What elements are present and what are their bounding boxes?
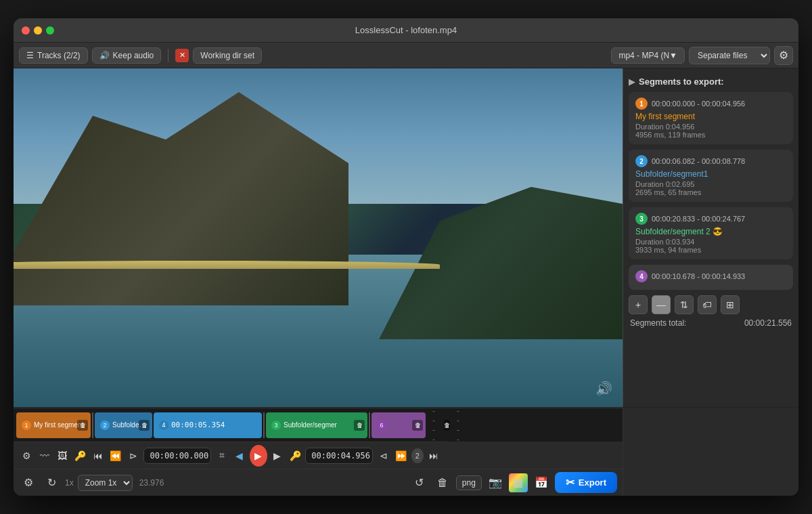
tl-delete-1[interactable]: 🗑: [77, 420, 88, 431]
loop-btn[interactable]: ↻: [42, 473, 61, 492]
segment-item-4[interactable]: 4 00:00:10.678 - 00:00:14.933: [629, 265, 793, 290]
play-button[interactable]: ▶: [250, 445, 267, 467]
segment-2-number: 2: [635, 155, 648, 167]
timeline-seg-3[interactable]: 3Subfolder/segmer 🗑: [266, 412, 367, 438]
calendar-btn[interactable]: 📅: [532, 473, 551, 492]
bottom-row: 1My first segment 🗑 2Subfolder/se 🗑: [14, 407, 798, 496]
timeline-seg-6[interactable]: 6 🗑: [371, 412, 426, 438]
segment-1-duration: Duration 0:04.956: [635, 123, 786, 131]
current-timecode: 00:00:00.000: [143, 448, 211, 464]
segment-4-time-row: 4 00:00:10.678 - 00:00:14.933: [635, 270, 786, 282]
output-mode-select[interactable]: Separate files: [689, 47, 770, 64]
timeline-seg-2[interactable]: 2Subfolder/se 🗑: [95, 412, 152, 438]
segment-1-ms: 4956 ms, 119 frames: [635, 131, 786, 139]
format-label: mp4 - MP4 (N▼: [618, 51, 677, 60]
tl-trail-delete[interactable]: 🗑: [444, 420, 450, 431]
end-timecode: 00:00:04.956: [305, 448, 373, 464]
tl-seg-3-label: 3Subfolder/segmer: [271, 421, 337, 430]
grid-button[interactable]: ⊞: [721, 295, 740, 314]
rewind-btn[interactable]: ◀: [232, 446, 247, 465]
segment-1-time-row: 1 00:00:00.000 - 00:00:04.956: [635, 98, 786, 110]
tl-divider-3: [263, 412, 265, 438]
camera-btn[interactable]: 📷: [486, 473, 505, 492]
set-end-btn[interactable]: ⊲: [376, 446, 390, 465]
skip-start-btn[interactable]: ⏮: [90, 446, 105, 465]
segment-3-time: 00:00:20.833 - 00:00:24.767: [652, 215, 745, 223]
segment-item-1[interactable]: 1 00:00:00.000 - 00:00:04.956 My first s…: [629, 92, 793, 144]
video-area: 🔊: [14, 68, 623, 407]
segment-actions: + — ⇅ 🏷 ⊞: [629, 295, 793, 314]
tracks-button[interactable]: ☰ Tracks (2/2): [19, 47, 88, 64]
add-segment-button[interactable]: +: [629, 295, 648, 314]
set-start-btn[interactable]: ⊳: [126, 446, 141, 465]
total-time: 00:00:21.556: [744, 318, 792, 328]
trash-btn[interactable]: 🗑: [433, 473, 452, 492]
next-seg-btn[interactable]: ⏭: [426, 446, 441, 465]
traffic-lights: [22, 26, 54, 35]
segment-3-time-row: 3 00:00:20.833 - 00:00:24.767: [635, 213, 786, 225]
minimize-button[interactable]: [34, 26, 42, 35]
segment-2-name: Subfolder/segment1: [635, 169, 786, 179]
forward-btn[interactable]: ▶: [270, 446, 285, 465]
bottom-bar: ⚙ ↻ 1x Zoom 1x 23.976 ↺ 🗑 png 📷 ▦ 📅 ✂ Ex: [14, 469, 623, 496]
key-btn[interactable]: 🔑: [72, 446, 87, 465]
timeline-seg-1[interactable]: 1My first segment 🗑: [16, 412, 91, 438]
separator: [168, 49, 168, 62]
timeline-trail-2: ------: [451, 408, 467, 442]
segment-3-name: Subfolder/segment 2 😎: [635, 227, 786, 236]
color-btn[interactable]: ▦: [509, 473, 528, 492]
keyframe-btn[interactable]: ⌗: [214, 446, 229, 465]
scissors-icon: ✂: [566, 476, 574, 489]
playback-bar: ⚙ 〰 🖼 🔑 ⏮ ⏪ ⊳ 00:00:00.000 ⌗ ◀ ▶ ▶ 🔑 00:…: [14, 442, 447, 469]
segment-3-number: 3: [635, 213, 648, 225]
format-button[interactable]: mp4 - MP4 (N▼: [611, 47, 685, 64]
segment-item-3[interactable]: 3 00:00:20.833 - 00:00:24.767 Subfolder/…: [629, 207, 793, 259]
gear-icon: ⚙: [779, 49, 788, 62]
toolbar: ☰ Tracks (2/2) 🔊 Keep audio ✕ Working di…: [14, 43, 798, 68]
remove-segment-button[interactable]: —: [652, 295, 671, 314]
settings-button[interactable]: ⚙: [774, 46, 793, 65]
segment-item-2[interactable]: 2 00:00:06.082 - 00:00:08.778 Subfolder/…: [629, 150, 793, 202]
prev-frame-btn[interactable]: ⏪: [108, 446, 123, 465]
tl-seg-4-label: 400:00:05.354: [159, 421, 225, 430]
seg-panel-bottom: [623, 408, 798, 496]
tracks-label: Tracks (2/2): [37, 51, 81, 60]
fps-text: 23.976: [139, 478, 164, 488]
segment-1-number: 1: [635, 98, 648, 110]
split-button[interactable]: ⇅: [675, 295, 694, 314]
toolbar-right: mp4 - MP4 (N▼ Separate files ⚙: [611, 46, 793, 65]
waveform-btn[interactable]: 〰: [37, 446, 51, 465]
format-badge[interactable]: png: [456, 475, 482, 490]
key2-btn[interactable]: 🔑: [288, 446, 302, 465]
scene-beach: [14, 261, 440, 269]
maximize-button[interactable]: [46, 26, 54, 35]
settings2-btn[interactable]: ⚙: [19, 473, 38, 492]
tag-button[interactable]: 🏷: [698, 295, 717, 314]
segments-panel: ▶ Segments to export: 1 00:00:00.000 - 0…: [623, 68, 798, 407]
tl-seg-1-label: 1My first segment: [22, 421, 83, 430]
settings-pb-btn[interactable]: ⚙: [19, 446, 34, 465]
segment-4-number: 4: [635, 270, 648, 282]
tl-delete-3[interactable]: 🗑: [354, 420, 365, 431]
segments-header: ▶ Segments to export:: [629, 74, 793, 92]
tl-delete-6[interactable]: 🗑: [412, 420, 423, 431]
export-label: Export: [579, 477, 606, 488]
audio-button[interactable]: 🔊 Keep audio: [92, 47, 162, 64]
total-label: Segments total:: [630, 318, 686, 328]
timeline-trail: ------: [427, 408, 443, 442]
zoom-select[interactable]: Zoom 1x: [78, 475, 133, 491]
timeline-area[interactable]: 1My first segment 🗑 2Subfolder/se 🗑: [14, 408, 623, 442]
close-button[interactable]: [22, 26, 30, 35]
tl-delete-2[interactable]: 🗑: [139, 420, 150, 431]
title-bar: LosslessCut - lofoten.mp4: [14, 18, 798, 43]
skip-end-btn[interactable]: 2: [411, 448, 424, 463]
next-frame-btn[interactable]: ⏩: [394, 446, 409, 465]
export-button[interactable]: ✂ Export: [555, 472, 617, 493]
working-dir-button[interactable]: Working dir set: [193, 47, 262, 64]
timeline-seg-4[interactable]: 400:00:05.354: [154, 412, 262, 438]
loop2-btn[interactable]: ↺: [410, 473, 429, 492]
screenshot-btn[interactable]: 🖼: [55, 446, 70, 465]
main-content: 🔊 ▶ Segments to export: 1 00:00:00.000 -…: [14, 68, 798, 407]
playback-side: 1My first segment 🗑 2Subfolder/se 🗑: [14, 408, 623, 496]
clear-button[interactable]: ✕: [175, 49, 189, 62]
